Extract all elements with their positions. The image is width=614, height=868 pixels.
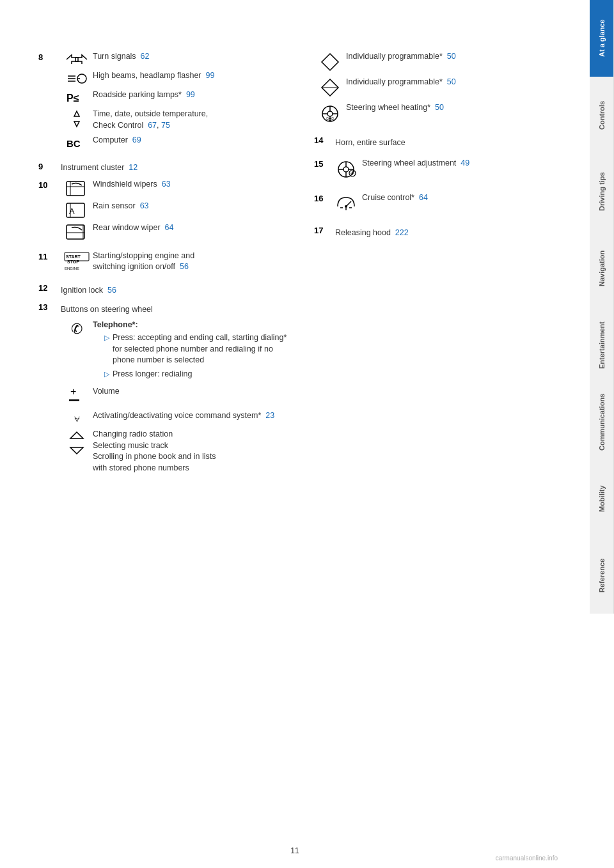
svg-marker-25 xyxy=(70,447,83,454)
svg-point-45 xyxy=(345,205,347,208)
section-number-14: 14 xyxy=(314,134,330,145)
section-10-content: Windshield wipers 63 A xyxy=(54,179,288,244)
section-8-content: Turn signals 62 xyxy=(54,51,288,154)
rain-sensor-icon: A xyxy=(61,201,93,219)
svg-marker-6 xyxy=(74,111,79,116)
voice-command-text: Activating/deactivating voice command sy… xyxy=(93,410,274,422)
telephone-bullet-2: ▷ Press longer: redialing xyxy=(98,369,288,380)
roadside-parking-text: Roadside parking lamps* 99 xyxy=(93,89,195,101)
svg-text:BC: BC xyxy=(67,138,81,149)
svg-point-30 xyxy=(327,111,333,116)
voice-command-icon: ⍱ xyxy=(61,410,93,425)
svg-text:+: + xyxy=(70,387,76,397)
high-beams-text: High beams, headlamp flasher 99 xyxy=(93,70,214,82)
ignition-lock-text: Ignition lock 56 xyxy=(61,286,116,295)
section-10: 10 xyxy=(38,179,288,244)
diamond-icon-1 xyxy=(314,51,346,72)
item-turn-signals: Turn signals 62 xyxy=(54,51,288,66)
steering-adjustment-icon xyxy=(330,158,362,180)
section-17-content: Releasing hood 222 xyxy=(330,224,564,239)
radio-up-icon xyxy=(61,429,93,456)
section-number-8: 8 xyxy=(38,51,54,62)
time-date-icon xyxy=(61,109,93,128)
bullet-arrow-1: ▷ xyxy=(104,332,109,343)
releasing-hood-text: Releasing hood 222 xyxy=(335,228,409,237)
section-number-12: 12 xyxy=(38,282,54,293)
individually-prog-2-text: Individually programmable* 50 xyxy=(346,77,456,88)
item-windshield-wipers: Windshield wipers 63 xyxy=(54,179,288,197)
item-roadside-parking: P≤ Roadside parking lamps* 99 xyxy=(54,89,288,105)
item-steering-wheel-heating: Steering wheel heating* 50 xyxy=(314,102,564,124)
high-beams-icon xyxy=(61,70,93,86)
steering-adjustment-text: Steering wheel adjustment 49 xyxy=(362,158,469,169)
section-9: 9 Instrument cluster 12 xyxy=(38,160,288,174)
bullet-arrow-2: ▷ xyxy=(104,369,109,379)
diamond-icon-2 xyxy=(314,77,346,97)
cruise-control-text: Cruise control* 64 xyxy=(362,192,428,204)
item-individually-prog-1: Individually programmable* 50 xyxy=(314,51,564,72)
turn-signal-icon xyxy=(61,51,93,66)
svg-marker-26 xyxy=(322,54,338,70)
section-14-content: Horn, entire surface xyxy=(330,134,564,149)
sidebar-tab-driving-tips[interactable]: Driving tips xyxy=(590,153,614,230)
sidebar-tab-reference[interactable]: Reference xyxy=(590,537,614,614)
item-rear-window-wiper: Rear window wiper 64 xyxy=(54,222,288,240)
section-number-15: 15 xyxy=(314,158,330,169)
roadside-parking-icon: P≤ xyxy=(61,89,93,105)
individually-prog-1-text: Individually programmable* 50 xyxy=(346,51,456,63)
time-date-text: Time, date, outside temperature,Check Co… xyxy=(93,109,208,131)
svg-text:P≤: P≤ xyxy=(67,93,79,104)
section-13-content: Buttons on steering wheel ✆ Telephone*: xyxy=(54,301,288,477)
section-16-content: Cruise control* 64 xyxy=(330,192,564,215)
item-radio: Changing radio station Selecting music t… xyxy=(54,429,288,474)
svg-text:START: START xyxy=(66,254,81,259)
sidebar-tab-at-a-glance[interactable]: At a glance xyxy=(590,0,614,77)
telephone-icon: ✆ xyxy=(61,320,93,337)
item-cruise-control: Cruise control* 64 xyxy=(330,192,564,212)
left-column: 8 Turn signals 62 xyxy=(38,51,301,484)
item-volume: + Volume xyxy=(54,386,288,407)
sidebar-tabs: At a glance Controls Driving tips Naviga… xyxy=(590,0,614,868)
section-number-10: 10 xyxy=(38,179,54,190)
sidebar: At a glance Controls Driving tips Naviga… xyxy=(590,0,614,868)
sidebar-tab-controls[interactable]: Controls xyxy=(590,77,614,153)
telephone-bullet-1: ▷ Press: accepting and ending call, star… xyxy=(98,332,288,366)
sidebar-tab-communications[interactable]: Communications xyxy=(590,384,614,460)
volume-text: Volume xyxy=(93,386,120,398)
item-high-beams: High beams, headlamp flasher 99 xyxy=(54,70,288,86)
main-content: 8 Turn signals 62 xyxy=(0,0,590,868)
volume-icon: + xyxy=(61,386,93,407)
steering-wheel-heating-icon xyxy=(314,102,346,124)
rear-window-wiper-icon xyxy=(61,222,93,240)
section-16: 16 xyxy=(314,192,564,215)
instrument-cluster-text: Instrument cluster 12 xyxy=(54,160,288,174)
section-number-13: 13 xyxy=(38,301,54,312)
steering-wheel-buttons-text: Buttons on steering wheel xyxy=(61,305,153,314)
windshield-wipers-icon xyxy=(61,179,93,197)
item-time-date: Time, date, outside temperature,Check Co… xyxy=(54,109,288,131)
svg-rect-9 xyxy=(67,182,84,196)
section-number-16: 16 xyxy=(314,192,330,203)
sidebar-tab-mobility[interactable]: Mobility xyxy=(590,460,614,537)
windshield-wipers-text: Windshield wipers 63 xyxy=(93,179,171,190)
page-container: 8 Turn signals 62 xyxy=(0,0,614,868)
start-stop-icon: START STOP ENGINE xyxy=(61,251,93,271)
section-number-9: 9 xyxy=(38,160,54,171)
start-stop-text: Starting/stopping engine andswitching ig… xyxy=(93,251,194,273)
sidebar-tab-entertainment[interactable]: Entertainment xyxy=(590,307,614,384)
section-8: 8 Turn signals 62 xyxy=(38,51,288,154)
section-15: 15 xyxy=(314,158,564,183)
section-12: 12 Ignition lock 56 xyxy=(38,282,288,297)
section-9-content: Instrument cluster 12 xyxy=(54,160,288,174)
item-steering-adjustment: Steering wheel adjustment 49 xyxy=(330,158,564,180)
section-number-17: 17 xyxy=(314,224,330,235)
item-individually-prog-2: Individually programmable* 50 xyxy=(314,77,564,97)
sidebar-tab-navigation[interactable]: Navigation xyxy=(590,230,614,307)
section-11: 11 START STOP ENGINE xyxy=(38,251,288,277)
page-number: 11 xyxy=(290,846,299,855)
item-rain-sensor: A Rain sensor 63 xyxy=(54,201,288,219)
computer-icon: BC xyxy=(61,135,93,150)
section-14: 14 Horn, entire surface xyxy=(314,134,564,149)
watermark: carmanualsonline.info xyxy=(496,855,558,862)
item-computer: BC Computer 69 xyxy=(54,135,288,150)
